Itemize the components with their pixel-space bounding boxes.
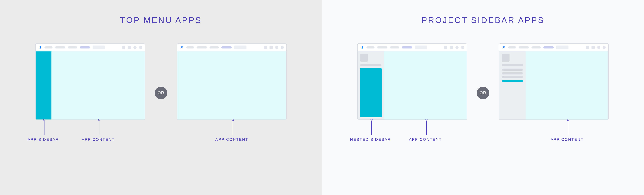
nav-item-placeholder [186, 46, 194, 48]
panel-title: PROJECT SIDEBAR APPS [422, 15, 544, 25]
pointer-row [36, 120, 145, 136]
pin-icon [360, 46, 364, 49]
mock-window-body [178, 52, 286, 120]
nav-help-icon [603, 46, 606, 49]
nav-item-placeholder [532, 46, 541, 48]
example-project-with-nested-sidebar: NESTED SIDEBAR APP CONTENT [358, 44, 467, 142]
nav-search-placeholder [234, 46, 246, 49]
pointer-sidebar [43, 120, 45, 135]
pointer-content [98, 120, 100, 135]
pointer-content [567, 120, 569, 135]
mock-window-body [500, 52, 608, 120]
captions-row: APP CONTENT [499, 136, 608, 142]
mock-window [358, 44, 467, 120]
nav-item-active-placeholder [80, 46, 90, 48]
project-nav-item-placeholder [502, 64, 523, 66]
nav-search-placeholder [556, 46, 568, 49]
example-top-menu-with-sidebar: APP SIDEBAR APP CONTENT [36, 44, 145, 142]
nav-action-icon [122, 46, 126, 49]
nav-help-icon [139, 46, 142, 49]
pointer-row [358, 120, 467, 136]
mock-window [36, 44, 145, 120]
nav-action-icon [270, 46, 273, 49]
project-sidebar-region [500, 52, 526, 120]
mock-titlebar [36, 44, 144, 52]
caption-app-sidebar: APP SIDEBAR [28, 137, 59, 142]
mock-titlebar [358, 44, 466, 52]
nav-item-placeholder [390, 46, 399, 48]
app-sidebar-region [36, 52, 52, 120]
nav-help-icon [461, 46, 464, 49]
nav-item-placeholder [366, 46, 374, 48]
panel-project-sidebar-apps: PROJECT SIDEBAR APPS [322, 0, 644, 195]
nav-item-placeholder [377, 46, 388, 48]
project-nav-item-placeholder [502, 68, 523, 71]
pin-icon [502, 46, 506, 49]
nav-avatar-icon [275, 46, 278, 49]
pointer-content [426, 120, 428, 135]
nav-avatar-icon [597, 46, 600, 49]
nav-help-icon [281, 46, 284, 49]
mock-window-body [36, 52, 144, 120]
nav-action-icon [128, 46, 131, 49]
nav-search-placeholder [414, 46, 427, 49]
project-nav-item-placeholder [360, 64, 382, 66]
nav-action-icon [592, 46, 595, 49]
nav-item-placeholder [210, 46, 219, 48]
examples-row: APP SIDEBAR APP CONTENT OR [36, 44, 286, 142]
project-nav-item-active-placeholder [502, 80, 523, 82]
nav-item-placeholder [196, 46, 207, 48]
nav-item-placeholder [68, 46, 77, 48]
project-sidebar-region [358, 52, 384, 120]
example-top-menu-no-sidebar: APP CONTENT [177, 44, 286, 142]
nav-item-active-placeholder [402, 46, 412, 48]
caption-app-content: APP CONTENT [215, 137, 248, 142]
app-content-region [178, 52, 286, 120]
project-nav-group [502, 68, 523, 82]
caption-app-content: APP CONTENT [550, 137, 584, 142]
mock-titlebar [500, 44, 608, 52]
nav-item-placeholder [518, 46, 529, 48]
app-content-region [526, 52, 608, 120]
pointer-row [177, 120, 286, 136]
examples-row: NESTED SIDEBAR APP CONTENT OR [358, 44, 608, 142]
nested-sidebar-region [360, 68, 382, 118]
pin-icon [38, 46, 42, 49]
nav-avatar-icon [134, 46, 136, 49]
example-project-no-nested-sidebar: APP CONTENT [499, 44, 608, 142]
or-separator: OR [477, 87, 489, 99]
mock-window [177, 44, 286, 120]
project-avatar-placeholder [502, 54, 510, 62]
panel-top-menu-apps: TOP MENU APPS [0, 0, 322, 195]
nav-item-placeholder [508, 46, 516, 48]
project-nav-item-placeholder [502, 72, 523, 74]
caption-app-content: APP CONTENT [409, 137, 442, 142]
mock-window-body [358, 52, 466, 120]
nav-action-icon [444, 46, 448, 49]
captions-row: NESTED SIDEBAR APP CONTENT [358, 136, 467, 142]
project-avatar-placeholder [360, 54, 368, 62]
pin-icon [180, 46, 184, 49]
nav-avatar-icon [456, 46, 458, 49]
nav-search-placeholder [92, 46, 105, 49]
nav-item-placeholder [55, 46, 66, 48]
caption-app-content: APP CONTENT [82, 137, 114, 142]
or-separator: OR [155, 87, 167, 99]
nav-item-active-placeholder [543, 46, 554, 48]
captions-row: APP SIDEBAR APP CONTENT [36, 136, 145, 142]
nav-action-icon [450, 46, 453, 49]
app-content-region [384, 52, 466, 120]
nav-item-active-placeholder [221, 46, 232, 48]
panel-title: TOP MENU APPS [120, 15, 202, 25]
captions-row: APP CONTENT [177, 136, 286, 142]
nav-item-placeholder [44, 46, 52, 48]
nav-action-icon [264, 46, 267, 49]
mock-window [499, 44, 608, 120]
pointer-nested-sidebar [370, 120, 372, 135]
mock-titlebar [178, 44, 286, 52]
project-nav-item-placeholder [502, 76, 523, 78]
app-content-region [52, 52, 144, 120]
caption-nested-sidebar: NESTED SIDEBAR [350, 137, 391, 142]
pointer-row [499, 120, 608, 136]
nav-action-icon [586, 46, 589, 49]
